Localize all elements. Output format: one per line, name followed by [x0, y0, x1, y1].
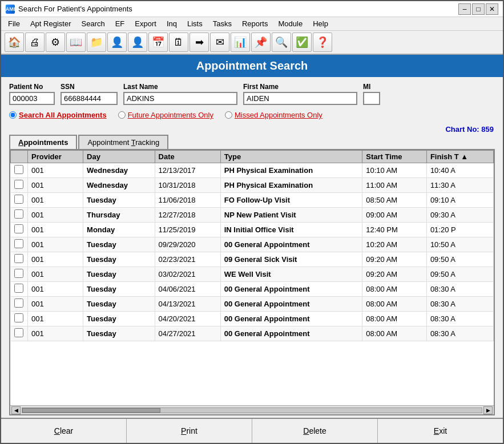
- cell-type: 00 General Appointment: [220, 297, 362, 312]
- tabs-row: Appointments Appointment Tracking: [9, 135, 495, 149]
- cell-date: 10/31/2018: [155, 178, 220, 193]
- cell-date: 11/06/2018: [155, 193, 220, 208]
- print-button-bottom[interactable]: Print: [127, 419, 252, 443]
- cell-day: Tuesday: [83, 297, 155, 312]
- home-button[interactable]: 🏠: [5, 33, 24, 52]
- cell-provider: 001: [28, 223, 83, 237]
- scroll-right-button[interactable]: ▶: [483, 406, 493, 414]
- radio-future-appointments[interactable]: Future Appointments Only: [118, 111, 213, 119]
- radio-all-appointments[interactable]: Search All Appointments: [9, 111, 107, 119]
- print-button[interactable]: 🖨: [25, 33, 45, 52]
- row-checkbox[interactable]: [14, 209, 23, 219]
- cell-type: FO Follow-Up Visit: [220, 193, 362, 208]
- checklist-button[interactable]: ✅: [292, 33, 312, 52]
- scroll-left-button[interactable]: ◀: [11, 406, 21, 414]
- scroll-track[interactable]: [22, 407, 482, 413]
- title-bar: AMI Search For Patient's Appointments – …: [1, 1, 503, 17]
- person-button[interactable]: 👤: [107, 33, 127, 52]
- tab-appointment-tracking[interactable]: Appointment Tracking: [78, 135, 168, 149]
- cell-finish-time: 08:30 A: [426, 297, 493, 312]
- radio-future-appointments-label: Future Appointments Only: [128, 111, 213, 119]
- cell-start-time: 10:10 AM: [362, 163, 427, 178]
- row-checkbox[interactable]: [14, 195, 23, 204]
- menu-ef[interactable]: EF: [111, 18, 130, 29]
- folder-button[interactable]: 📁: [87, 33, 106, 52]
- menu-tasks[interactable]: Tasks: [208, 18, 236, 29]
- menu-apt-register[interactable]: Apt Register: [26, 18, 76, 29]
- close-button[interactable]: ✕: [486, 3, 498, 15]
- toolbar: 🏠 🖨 ⚙ 📖 📁 👤 👤 📅 🗓 ➡ ✉ 📊 📌 🔍 ✅ ❓: [1, 31, 503, 55]
- cell-start-time: 08:50 AM: [362, 193, 427, 208]
- delete-button[interactable]: Delete: [252, 419, 378, 443]
- cell-day: Tuesday: [83, 252, 155, 267]
- last-name-input[interactable]: [123, 92, 237, 105]
- row-checkbox[interactable]: [14, 224, 23, 233]
- appointments-table: Provider Day Date Type Start Time Finish…: [10, 150, 494, 341]
- arrow-button[interactable]: ➡: [189, 33, 209, 52]
- person-add-button[interactable]: 👤: [128, 33, 147, 52]
- scroll-thumb[interactable]: [22, 408, 160, 413]
- cell-date: 12/27/2018: [155, 208, 220, 223]
- minimize-button[interactable]: –: [458, 3, 471, 15]
- pin-button[interactable]: 📌: [251, 33, 271, 52]
- maximize-button[interactable]: □: [472, 3, 485, 15]
- cell-start-time: 10:20 AM: [362, 237, 427, 252]
- exit-button[interactable]: Exit: [378, 419, 503, 443]
- cell-type: 00 General Appointment: [220, 312, 362, 326]
- menu-module[interactable]: Module: [273, 18, 307, 29]
- cell-type: PH Physical Examination: [220, 178, 362, 193]
- help-button[interactable]: ❓: [313, 33, 332, 52]
- table-row: 001 Tuesday 04/13/2021 00 General Appoin…: [11, 297, 494, 312]
- menu-export[interactable]: Export: [130, 18, 161, 29]
- cell-start-time: 09:20 AM: [362, 252, 427, 267]
- book-button[interactable]: 📖: [66, 33, 86, 52]
- cell-day: Tuesday: [83, 282, 155, 297]
- row-checkbox[interactable]: [14, 284, 23, 293]
- cell-finish-time: 09:50 A: [426, 267, 493, 282]
- cell-type: 09 General Sick Visit: [220, 252, 362, 267]
- menu-reports[interactable]: Reports: [237, 18, 273, 29]
- menu-bar: File Apt Register Search EF Export Inq L…: [1, 17, 503, 31]
- row-checkbox[interactable]: [14, 239, 23, 248]
- horizontal-scrollbar[interactable]: ◀ ▶: [10, 405, 494, 414]
- col-date: Date: [155, 151, 220, 163]
- cell-provider: 001: [28, 282, 83, 297]
- search-button[interactable]: 🔍: [272, 33, 291, 52]
- mail-button[interactable]: ✉: [210, 33, 229, 52]
- menu-lists[interactable]: Lists: [183, 18, 207, 29]
- cell-type: WE Well Visit: [220, 267, 362, 282]
- radio-all-appointments-label: Search All Appointments: [19, 111, 107, 119]
- patient-no-input[interactable]: [9, 92, 55, 105]
- first-name-input[interactable]: [243, 92, 357, 105]
- ssn-input[interactable]: [61, 92, 118, 105]
- table-scroll-area[interactable]: Provider Day Date Type Start Time Finish…: [10, 150, 494, 405]
- row-checkbox[interactable]: [14, 313, 23, 322]
- row-checkbox[interactable]: [14, 269, 23, 278]
- cell-finish-time: 08:30 A: [426, 282, 493, 297]
- row-checkbox[interactable]: [14, 165, 23, 174]
- cell-type: IN Initial Office Visit: [220, 223, 362, 237]
- menu-search[interactable]: Search: [77, 18, 110, 29]
- calendar-button[interactable]: 📅: [148, 33, 168, 52]
- row-checkbox[interactable]: [14, 180, 23, 189]
- cell-start-time: 08:00 AM: [362, 326, 427, 341]
- chart-button[interactable]: 📊: [231, 33, 250, 52]
- row-checkbox[interactable]: [14, 328, 23, 337]
- tab-appointments[interactable]: Appointments: [9, 135, 77, 149]
- row-checkbox[interactable]: [14, 298, 23, 308]
- cell-provider: 001: [28, 252, 83, 267]
- menu-help[interactable]: Help: [308, 18, 333, 29]
- cell-provider: 001: [28, 178, 83, 193]
- radio-missed-appointments[interactable]: Missed Appointments Only: [225, 111, 322, 119]
- menu-inq[interactable]: Inq: [162, 18, 182, 29]
- clear-button[interactable]: Clear: [1, 419, 127, 443]
- appointments-table-container: Provider Day Date Type Start Time Finish…: [9, 149, 495, 415]
- menu-file[interactable]: File: [3, 18, 25, 29]
- calendar-search-button[interactable]: 🗓: [169, 33, 188, 52]
- settings-button[interactable]: ⚙: [46, 33, 65, 52]
- cell-start-time: 11:00 AM: [362, 178, 427, 193]
- mi-input[interactable]: [363, 92, 380, 105]
- cell-day: Tuesday: [83, 193, 155, 208]
- row-checkbox[interactable]: [14, 254, 23, 263]
- cell-finish-time: 08:30 A: [426, 312, 493, 326]
